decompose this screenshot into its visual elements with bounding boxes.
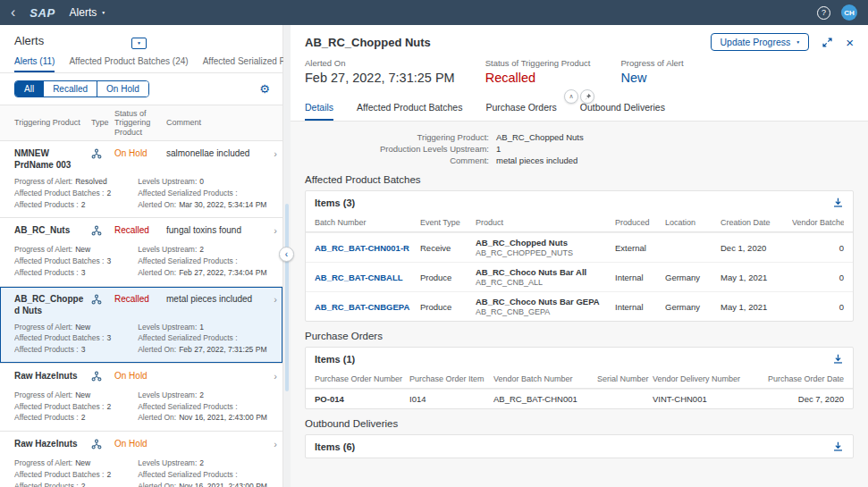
detail-label: Alerted On: [138,199,176,211]
tab-affected-product-batches[interactable]: Affected Product Batches (24) [69,56,188,72]
close-icon[interactable]: × [846,36,854,49]
alerts-list: NMNEW PrdName 003 On Hold salmonellae in… [0,141,282,487]
tab-purchase-orders[interactable]: Purchase Orders [485,102,556,121]
alerted-on-field: Alerted On Feb 27, 2022, 7:31:25 PM [305,58,455,85]
detail-label: Affected Serialized Products : [138,256,237,267]
filter-recalled-button[interactable]: Recalled [43,81,97,97]
batches-card: Items (3) Batch Number Event Type Produc… [305,190,854,322]
back-icon[interactable]: ‹ [11,5,15,20]
detail-value: 2 [81,481,86,487]
shell-left: ‹ SAP Alerts ▼ [11,5,105,20]
outbound-card-header: Items (6) [306,435,853,458]
tab-affected-product-batches[interactable]: Affected Product Batches [357,102,462,121]
list-column-headers: Triggering Product Type Status of Trigge… [0,105,282,141]
alert-status: On Hold [114,147,166,159]
header-anchor-bar: ∧ [564,89,594,104]
tab-outbound-deliveries[interactable]: Outbound Deliveries [580,102,665,121]
form-label: Triggering Product: [305,132,489,142]
pin-header-icon[interactable] [580,89,594,104]
table-row[interactable]: AB_RC_BAT-CNBALL Produce AB_RC_Choco Nut… [306,262,853,291]
detail-value: 2 [107,188,112,199]
avatar[interactable]: CH [841,4,857,21]
detail-label: Affected Serialized Products : [138,332,237,344]
progress-label: Progress of Alert [620,58,683,68]
col-type: Type [91,118,114,127]
alert-product-name: NMNEW PrdName 003 [14,147,91,171]
product-cell: AB_RC_Choco Nuts Bar GEPAAB_RC_CNB_GEPA [476,292,615,321]
batch-number-link[interactable]: AB_RC_BAT-CHN001-R [315,239,420,257]
alert-list-item[interactable]: AB_RC_Nuts Recalled fungal toxins found … [0,218,282,286]
chevron-down-icon: ▼ [796,40,800,45]
col-vendor-batches: Vendor Batches [792,214,844,231]
alerted-on-value: Feb 27, 2022, 7:31:25 PM [305,71,455,85]
po-date-cell: Dec 7, 2020 [767,390,844,408]
triggering-status-field: Status of Triggering Product Recalled [485,58,591,85]
detail-label: Progress of Alert: [14,244,72,256]
alert-product-name: AB_RC_Nuts [14,224,91,236]
detail-value: 3 [107,256,112,267]
collapse-header-icon[interactable]: ∧ [564,89,578,104]
detail-label: Affected Product Batches : [14,469,105,481]
update-progress-button[interactable]: Update Progress ▼ [711,33,809,51]
vendor-delivery-cell: VINT-CHN001 [653,390,767,408]
alert-list-item[interactable]: NMNEW PrdName 003 On Hold salmonellae in… [0,141,282,218]
batches-table-header: Batch Number Event Type Product Produced… [306,214,853,232]
col-po-number: Purchase Order Number [315,370,409,388]
detail-label: Affected Serialized Products : [138,401,237,413]
alerts-master-panel: Alerts ▼ Alerts (11) Affected Product Ba… [0,25,283,487]
tab-alerts[interactable]: Alerts (11) [14,56,55,72]
export-icon[interactable] [832,441,844,452]
gear-icon[interactable]: ⚙ [259,82,270,96]
export-icon[interactable] [832,353,844,365]
batch-hierarchy-icon [91,438,114,452]
detail-title-row: AB_RC_Chopped Nuts Update Progress ▼ × [305,33,854,51]
batch-hierarchy-icon [91,224,114,239]
export-icon[interactable] [832,197,844,208]
detail-label: Alerted On: [138,412,176,424]
alert-item-details: Progress of Alert:Resolved Levels Upstre… [14,176,277,210]
detail-value: 2 [199,458,204,469]
form-value: AB_RC_Chopped Nuts [496,132,854,142]
filter-on-hold-button[interactable]: On Hold [97,81,148,97]
detail-value: 2 [81,199,86,211]
alert-list-item[interactable]: Raw Hazelnuts On Hold › Progress of Aler… [0,364,282,432]
alert-list-item[interactable]: Raw Hazelnuts On Hold › Progress of Aler… [0,432,282,487]
table-row[interactable]: PO-014 I014 AB_RC_BAT-CHN001 VINT-CHN001… [306,389,853,408]
alert-list-item-selected[interactable]: AB_RC_Chopped Nuts Recalled metal pieces… [0,287,282,364]
scrollbar-thumb[interactable] [285,204,289,391]
col-event-type: Event Type [420,214,476,231]
section-heading-batches: Affected Product Batches [305,174,854,185]
batch-number-link[interactable]: AB_RC_BAT-CNBALL [315,268,420,287]
detail-label: Affected Products : [14,481,79,487]
batches-items-count: Items (3) [315,197,355,208]
alert-item-top: Raw Hazelnuts On Hold › [14,438,277,452]
collapse-header-icon[interactable]: ▼ [131,38,147,49]
detail-value: 2 [107,401,112,413]
enter-fullscreen-icon[interactable] [822,37,833,48]
vendor-batches-cell: 0 [792,239,844,257]
batch-number-link[interactable]: AB_RC_BAT-CNBGEPA [315,298,420,316]
col-comment: Comment [166,118,275,127]
col-serial-number: Serial Number [597,370,653,388]
status-filter-segmented: All Recalled On Hold [14,80,149,97]
table-row[interactable]: AB_RC_BAT-CNBGEPA Produce AB_RC_Choco Nu… [306,291,853,321]
product-code: AB_RC_CNB_ALL [476,278,543,287]
detail-value: 2 [199,244,204,256]
tab-details[interactable]: Details [305,102,333,121]
product-name: AB_RC_Chopped Nuts [476,238,568,248]
collapse-panel-icon[interactable]: ‹ [279,247,294,262]
chevron-right-icon: › [266,293,277,306]
app-title-menu[interactable]: Alerts ▼ [70,6,106,19]
vendor-batches-cell: 0 [792,298,844,316]
col-po-date: Purchase Order Date [767,370,844,388]
help-icon[interactable]: ? [817,6,830,20]
chevron-right-icon: › [266,438,277,450]
detail-label: Levels Upstream: [138,322,197,333]
produced-cell: External [615,239,665,257]
detail-content: Triggering Product: AB_RC_Chopped Nuts P… [291,122,868,487]
detail-label: Alerted On: [138,267,176,279]
app-root: ‹ SAP Alerts ▼ ? CH Alerts ▼ Alerts (11)… [0,0,868,487]
alert-item-details: Progress of Alert:New Levels Upstream:2 … [14,390,277,424]
filter-all-button[interactable]: All [15,81,43,97]
table-row[interactable]: AB_RC_BAT-CHN001-R Receive AB_RC_Chopped… [306,232,853,262]
